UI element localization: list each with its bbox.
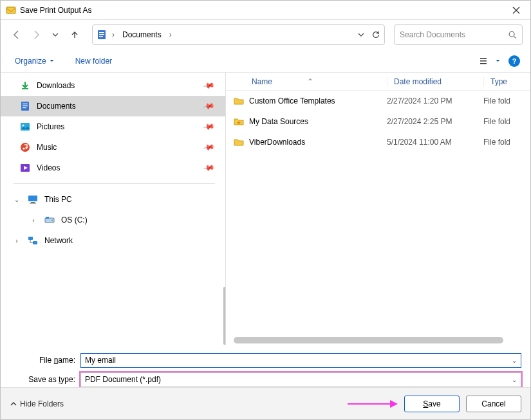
address-dropdown-icon[interactable] [357,31,365,39]
file-date: 2/27/2024 1:20 PM [387,96,483,105]
table-row[interactable]: My Data Sources 2/27/2024 2:25 PM File f… [226,111,530,132]
svg-point-15 [23,125,24,127]
forward-button[interactable] [28,26,44,43]
svg-rect-24 [46,217,49,219]
pin-icon: 📌 [202,100,215,113]
folder-icon [234,96,244,106]
chevron-down-icon[interactable]: ⌄ [512,376,517,383]
svg-rect-7 [480,60,487,62]
sidebar-item-downloads[interactable]: Downloads 📌 [1,75,225,96]
list-body: Custom Office Templates 2/27/2024 1:20 P… [226,91,530,345]
scrollbar-thumb[interactable] [234,337,503,343]
help-button[interactable]: ? [508,55,520,67]
svg-point-5 [509,32,514,37]
cancel-label: Cancel [481,399,505,408]
view-dropdown[interactable] [493,53,502,69]
drive-icon [44,215,55,225]
form-area: File name: My email ⌄ Save as type: PDF … [1,345,530,388]
svg-rect-6 [480,58,487,59]
table-row[interactable]: ViberDownloads 5/1/2024 11:00 AM File fo… [226,132,530,152]
pin-icon: 📌 [202,161,215,174]
download-icon [20,80,30,91]
up-button[interactable] [66,26,83,43]
file-name: ViberDownloads [249,138,305,147]
chevron-down-icon[interactable]: ⌄ [12,196,21,203]
chevron-right-icon[interactable]: › [168,30,173,39]
svg-rect-8 [480,63,487,64]
svg-rect-27 [33,241,37,244]
column-type[interactable]: Type [483,77,525,86]
file-date: 5/1/2024 11:00 AM [387,138,483,147]
folder-star-icon [234,116,244,127]
main-area: Downloads 📌 Documents 📌 Pictures 📌 Music… [1,73,530,345]
list-header: Name ⌃ Date modified Type [226,73,530,91]
sidebar-item-thispc[interactable]: ⌄ This PC [1,189,225,210]
chevron-right-icon[interactable]: › [29,217,38,224]
cancel-button[interactable]: Cancel [466,396,521,412]
address-bar[interactable]: › Documents › [92,24,385,45]
chevron-down-icon[interactable]: ⌄ [512,357,517,364]
chevron-right-icon[interactable]: › [111,30,116,39]
search-icon [508,30,517,39]
sidebar-item-network[interactable]: › Network [1,230,225,251]
sidebar-label: Videos [37,163,60,172]
svg-rect-2 [99,32,104,33]
close-button[interactable] [507,4,525,17]
savetype-label: Save as type: [10,375,80,384]
recent-dropdown[interactable] [47,26,64,43]
search-placeholder: Search Documents [400,30,508,39]
sidebar-item-pictures[interactable]: Pictures 📌 [1,116,225,137]
pictures-icon [20,122,30,132]
chevron-up-icon [10,400,17,408]
svg-rect-21 [31,202,35,203]
footer: Hide Folders Save Cancel [1,387,530,419]
refresh-button[interactable] [371,30,380,39]
sidebar-item-osc[interactable]: › OS (C:) [1,210,225,230]
pin-icon: 📌 [202,79,215,92]
sidebar-item-videos[interactable]: Videos 📌 [1,158,225,178]
sort-indicator-icon: ⌃ [307,77,313,86]
window-title: Save Print Output As [20,6,507,15]
chevron-right-icon[interactable]: › [12,237,21,244]
pc-icon [28,194,38,205]
videos-icon [20,163,30,173]
title-bar: Save Print Output As [1,1,530,20]
new-folder-button[interactable]: New folder [71,54,116,68]
file-name: Custom Office Templates [249,96,335,105]
annotation-arrow [348,400,398,408]
folder-icon [234,137,244,147]
svg-rect-4 [99,36,103,37]
sidebar-label: Documents [37,102,76,111]
sidebar-item-music[interactable]: Music 📌 [1,137,225,158]
hide-folders-button[interactable]: Hide Folders [10,399,64,408]
file-name: My Data Sources [249,117,308,126]
svg-rect-9 [22,88,28,89]
svg-rect-3 [99,34,104,35]
breadcrumb-documents[interactable]: Documents [120,29,164,41]
pin-icon: 📌 [202,120,215,133]
organize-button[interactable]: Organize [11,54,59,68]
svg-rect-0 [6,7,15,14]
savetype-select[interactable]: PDF Document (*.pdf) ⌄ [80,372,521,387]
sidebar-label: This PC [44,195,72,204]
svg-rect-13 [23,107,26,108]
sidebar-label: Network [44,236,73,245]
save-button[interactable]: Save [404,396,460,412]
search-input[interactable]: Search Documents [394,24,523,45]
horizontal-scrollbar[interactable] [234,337,526,343]
svg-point-16 [21,143,30,152]
back-button[interactable] [8,26,25,43]
svg-point-18 [25,147,27,149]
sidebar-label: Pictures [37,122,64,131]
column-name[interactable]: Name ⌃ [226,77,387,86]
svg-rect-12 [23,105,28,106]
table-row[interactable]: Custom Office Templates 2/27/2024 1:20 P… [226,91,530,111]
file-type: File fold [483,117,525,126]
filename-input[interactable]: My email ⌄ [80,353,521,368]
filename-value: My email [85,356,116,365]
file-type: File fold [483,96,525,105]
sidebar-item-documents[interactable]: Documents 📌 [1,96,225,116]
svg-rect-20 [28,196,37,201]
column-date[interactable]: Date modified [387,77,483,86]
view-button[interactable] [476,53,493,69]
